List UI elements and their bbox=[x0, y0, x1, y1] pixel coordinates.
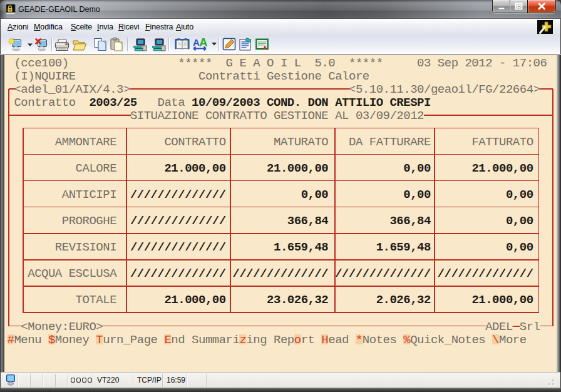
svg-text:A: A bbox=[199, 36, 208, 49]
